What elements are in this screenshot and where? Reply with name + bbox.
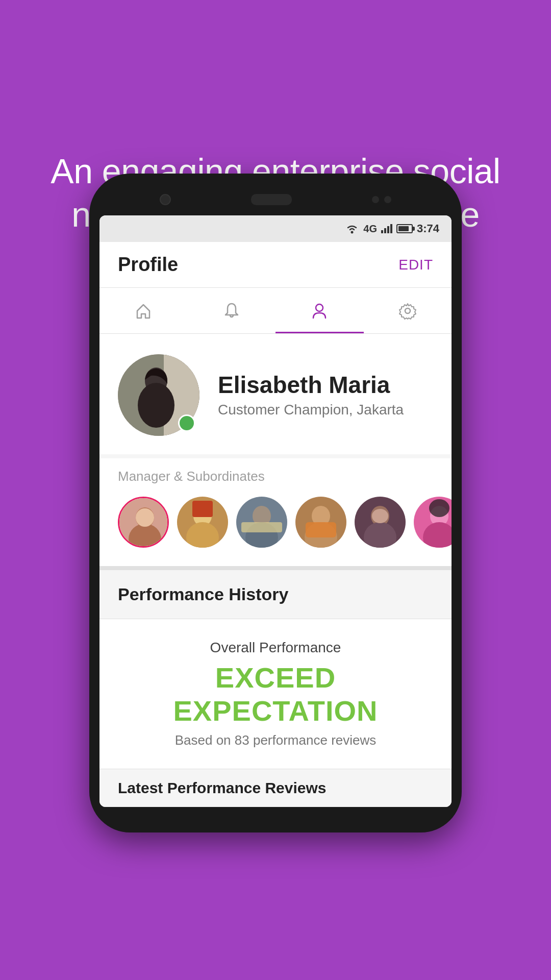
- profile-role: Customer Champion, Jakarta: [218, 402, 433, 418]
- subordinate-avatar-1: [119, 498, 169, 548]
- subordinate-avatar-5: [355, 497, 406, 548]
- tab-notifications[interactable]: [188, 288, 276, 333]
- status-bar: 4G 3:74: [99, 215, 452, 242]
- svg-point-2: [405, 308, 410, 313]
- signal-bars-icon: [381, 224, 392, 233]
- performance-history-section: Performance History: [99, 566, 452, 619]
- battery-icon: [396, 224, 413, 233]
- home-icon: [134, 302, 153, 320]
- sensor-area: [372, 196, 391, 203]
- list-item[interactable]: [177, 497, 228, 548]
- list-item[interactable]: [236, 497, 287, 548]
- svg-point-28: [372, 509, 388, 523]
- svg-point-0: [351, 231, 354, 234]
- manager-section: Manager & Subordinates: [99, 454, 452, 566]
- network-type: 4G: [363, 223, 377, 235]
- gear-icon: [398, 302, 417, 320]
- phone-body: 4G 3:74 P: [89, 174, 462, 832]
- bell-icon: [222, 302, 241, 320]
- camera-icon: [160, 194, 171, 205]
- phone-top-hardware: [99, 189, 452, 215]
- status-time: 3:74: [417, 222, 439, 235]
- svg-point-1: [316, 304, 323, 311]
- svg-rect-32: [429, 499, 449, 517]
- person-icon: [310, 302, 329, 320]
- review-count: Based on 83 performance reviews: [118, 732, 433, 748]
- subordinate-avatar-3: [236, 497, 287, 548]
- list-item[interactable]: [295, 497, 346, 548]
- app-header: Profile EDIT: [99, 242, 452, 288]
- speaker-grille: [251, 194, 292, 205]
- sensor-dot-1: [372, 196, 379, 203]
- subordinate-avatar-6: [414, 497, 452, 548]
- tab-profile[interactable]: [276, 288, 364, 333]
- phone-screen: 4G 3:74 P: [99, 215, 452, 807]
- performance-card: Overall Performance EXCEED EXPECTATION B…: [99, 619, 452, 769]
- profile-name: Elisabeth Maria: [218, 372, 433, 398]
- tab-home[interactable]: [99, 288, 188, 333]
- list-item[interactable]: [414, 497, 452, 548]
- manager-label: Manager & Subordinates: [118, 469, 433, 484]
- online-status-dot: [178, 414, 195, 432]
- list-item[interactable]: [355, 497, 406, 548]
- phone-mockup: 4G 3:74 P: [89, 174, 462, 832]
- svg-point-12: [136, 508, 154, 527]
- sensor-dot-2: [384, 196, 391, 203]
- edit-button[interactable]: EDIT: [398, 257, 433, 273]
- page-title: Profile: [118, 254, 178, 276]
- latest-reviews-section-title: Latest Performance Reviews: [99, 769, 452, 807]
- wifi-icon: [345, 224, 359, 234]
- svg-point-8: [138, 383, 174, 428]
- avatar-container: [118, 354, 199, 436]
- svg-rect-20: [241, 522, 282, 532]
- performance-history-title: Performance History: [118, 584, 288, 604]
- profile-info: Elisabeth Maria Customer Champion, Jakar…: [218, 372, 433, 419]
- subordinate-avatar-2: [177, 497, 228, 548]
- status-icons: 4G 3:74: [345, 222, 439, 235]
- list-item[interactable]: [118, 497, 169, 548]
- navigation-tabs: [99, 288, 452, 334]
- subordinate-avatar-4: [295, 497, 346, 548]
- profile-section: Elisabeth Maria Customer Champion, Jakar…: [99, 334, 452, 454]
- subordinates-row: ›: [118, 497, 433, 548]
- svg-rect-16: [192, 501, 213, 517]
- tab-settings[interactable]: [364, 288, 452, 333]
- performance-rating: EXCEED EXPECTATION: [118, 661, 433, 727]
- svg-rect-24: [306, 522, 336, 537]
- overall-performance-label: Overall Performance: [118, 640, 433, 656]
